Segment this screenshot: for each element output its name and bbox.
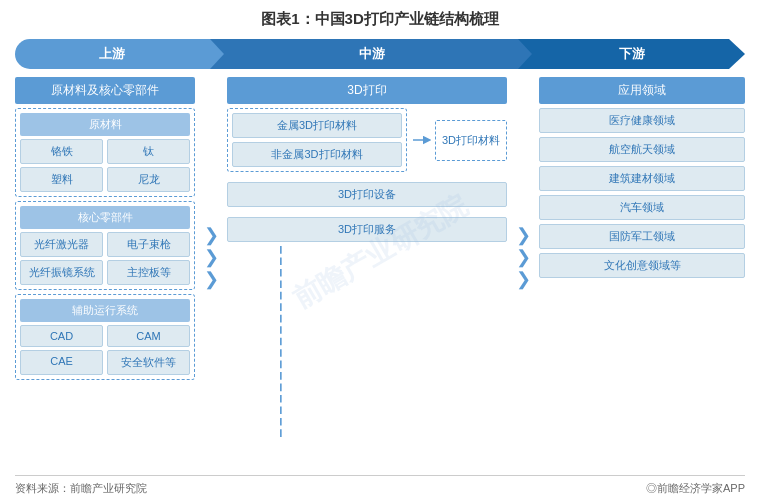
service-label: 3D打印服务 (227, 217, 507, 242)
core-parts-row2: 光纤振镜系统 主控板等 (20, 260, 190, 285)
col-upstream: 原材料及核心零部件 原材料 铬铁 钛 塑料 尼龙 核心零部件 光纤激光器 电子束… (15, 77, 195, 437)
arrow-banner: 上游 中游 下游 (15, 39, 745, 69)
upstream-mid-arrows: ❯ ❯ ❯ (201, 77, 221, 437)
page: 前瞻产业研究院 图表1：中国3D打印产业链结构梳理 上游 中游 下游 (0, 0, 760, 504)
raw-material-item-2: 钛 (107, 139, 190, 164)
materials-label: 3D打印材料 (435, 120, 507, 161)
downstream-top-label: 应用领域 (539, 77, 745, 104)
raw-materials-row2: 塑料 尼龙 (20, 167, 190, 192)
materials-arrow (411, 132, 431, 148)
ds-item-1: 医疗健康领域 (539, 108, 745, 133)
ds-item-2: 航空航天领域 (539, 137, 745, 162)
raw-material-item-1: 铬铁 (20, 139, 103, 164)
upstream-main-label: 原材料及核心零部件 (15, 77, 195, 104)
nonmetal-materials: 非金属3D打印材料 (232, 142, 402, 167)
equipment-label: 3D打印设备 (227, 182, 507, 207)
core-part-item-4: 主控板等 (107, 260, 190, 285)
aux-item-3: CAE (20, 350, 103, 375)
footer-right: ◎前瞻经济学家APP (646, 481, 745, 496)
ds-item-3: 建筑建材领域 (539, 166, 745, 191)
col-downstream: 应用领域 医疗健康领域 航空航天领域 建筑建材领域 汽车领域 国防军工领域 文化… (539, 77, 745, 437)
aux-row2: CAE 安全软件等 (20, 350, 190, 375)
footer: 资料来源：前瞻产业研究院 ◎前瞻经济学家APP (15, 475, 745, 496)
upstream-core-parts-section: 核心零部件 光纤激光器 电子束枪 光纤振镜系统 主控板等 (15, 201, 195, 290)
main-title: 图表1：中国3D打印产业链结构梳理 (15, 10, 745, 29)
footer-left: 资料来源：前瞻产业研究院 (15, 481, 147, 496)
equipment-section: 3D打印设备 (227, 182, 507, 207)
raw-material-item-3: 塑料 (20, 167, 103, 192)
upstream-aux-section: 辅助运行系统 CAD CAM CAE 安全软件等 (15, 294, 195, 380)
ds-item-5: 国防军工领域 (539, 224, 745, 249)
aux-item-1: CAD (20, 325, 103, 347)
materials-row: 金属3D打印材料 非金属3D打印材料 3D打印材料 (227, 108, 507, 172)
raw-material-item-4: 尼龙 (107, 167, 190, 192)
downstream-items: 医疗健康领域 航空航天领域 建筑建材领域 汽车领域 国防军工领域 文化创意领域等 (539, 108, 745, 278)
aux-item-4: 安全软件等 (107, 350, 190, 375)
aux-row1: CAD CAM (20, 325, 190, 347)
core-parts-label: 核心零部件 (20, 206, 190, 229)
banner-midstream: 中游 (359, 45, 385, 63)
core-parts-row1: 光纤激光器 电子束枪 (20, 232, 190, 257)
aux-system-label: 辅助运行系统 (20, 299, 190, 322)
ds-item-4: 汽车领域 (539, 195, 745, 220)
content-area: 原材料及核心零部件 原材料 铬铁 钛 塑料 尼龙 核心零部件 光纤激光器 电子束… (15, 77, 745, 437)
banner-downstream: 下游 (619, 45, 645, 63)
core-part-item-1: 光纤激光器 (20, 232, 103, 257)
raw-materials-label: 原材料 (20, 113, 190, 136)
materials-group: 金属3D打印材料 非金属3D打印材料 (227, 108, 407, 172)
midstream-top-label: 3D打印 (227, 77, 507, 104)
metal-materials: 金属3D打印材料 (232, 113, 402, 138)
aux-item-2: CAM (107, 325, 190, 347)
banner-upstream: 上游 (99, 45, 125, 63)
ds-item-6: 文化创意领域等 (539, 253, 745, 278)
service-section: 3D打印服务 (227, 217, 507, 242)
col-midstream: 3D打印 金属3D打印材料 非金属3D打印材料 3D打印材料 (227, 77, 507, 437)
upstream-raw-materials-section: 原材料 铬铁 钛 塑料 尼龙 (15, 108, 195, 197)
core-part-item-2: 电子束枪 (107, 232, 190, 257)
mid-connectors (227, 246, 507, 437)
raw-materials-row1: 铬铁 钛 (20, 139, 190, 164)
core-part-item-3: 光纤振镜系统 (20, 260, 103, 285)
mid-downstream-arrows: ❯ ❯ ❯ (513, 77, 533, 437)
